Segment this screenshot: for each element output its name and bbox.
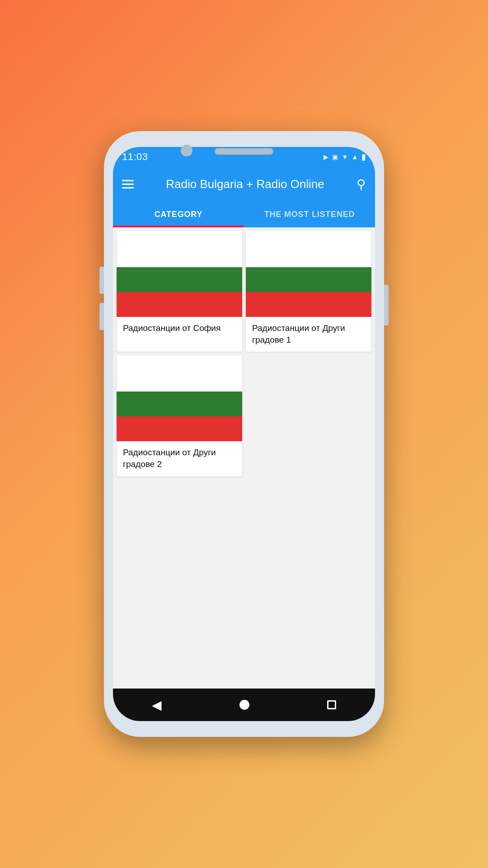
menu-button[interactable] bbox=[122, 180, 134, 189]
search-button[interactable]: ⚲ bbox=[357, 177, 366, 192]
phone-frame: 11:03 Radio Bulgaria + Radio Online ⚲ CA… bbox=[104, 131, 384, 737]
wifi-status-icon bbox=[342, 153, 348, 161]
flag-green-1 bbox=[117, 267, 242, 292]
app-bar: Radio Bulgaria + Radio Online ⚲ bbox=[113, 167, 375, 201]
recents-button[interactable] bbox=[327, 700, 336, 709]
card-image-other-1 bbox=[246, 231, 371, 317]
sim-status-icon bbox=[332, 153, 338, 161]
recents-icon bbox=[327, 700, 336, 709]
back-button[interactable]: ◀ bbox=[152, 698, 162, 712]
play-status-icon bbox=[324, 153, 328, 161]
flag-white-2 bbox=[246, 231, 371, 267]
tab-most-listened[interactable]: THE MOST LISTENED bbox=[244, 201, 375, 227]
flag-green-2 bbox=[246, 267, 371, 292]
empty-slot bbox=[246, 355, 371, 476]
home-icon bbox=[239, 700, 249, 710]
battery-status-icon bbox=[361, 152, 366, 162]
card-label-other-1: Радиостанции от Други градове 1 bbox=[246, 317, 371, 352]
home-button[interactable] bbox=[239, 700, 249, 710]
card-label-other-2: Радиостанции от Други градове 2 bbox=[117, 441, 242, 476]
volume-down-button bbox=[99, 303, 104, 330]
app-title: Radio Bulgaria + Radio Online bbox=[143, 177, 347, 191]
flag-green-3 bbox=[117, 392, 242, 416]
content-grid: Радиостанции от София Радиостанции от Др… bbox=[113, 227, 375, 689]
card-image-other-2 bbox=[117, 355, 242, 441]
card-image-sofia bbox=[117, 231, 242, 317]
tab-category[interactable]: CATEGORY bbox=[113, 201, 244, 227]
card-other-cities-2[interactable]: Радиостанции от Други градове 2 bbox=[117, 355, 242, 476]
flag-white-1 bbox=[117, 231, 242, 267]
volume-up-button bbox=[99, 267, 104, 294]
status-time: 11:03 bbox=[122, 151, 148, 163]
status-icons bbox=[324, 152, 366, 162]
signal-status-icon bbox=[352, 153, 358, 161]
tabs-bar: CATEGORY THE MOST LISTENED bbox=[113, 201, 375, 227]
flag-red-2 bbox=[246, 292, 371, 317]
phone-speaker bbox=[215, 148, 273, 155]
flag-white-3 bbox=[117, 355, 242, 392]
flag-red-3 bbox=[117, 416, 242, 441]
nav-bar: ◀ bbox=[113, 689, 375, 721]
card-label-sofia: Радиостанции от София bbox=[117, 317, 242, 340]
card-sofia[interactable]: Радиостанции от София bbox=[117, 231, 242, 352]
flag-red-1 bbox=[117, 292, 242, 317]
phone-camera bbox=[181, 145, 192, 156]
card-other-cities-1[interactable]: Радиостанции от Други градове 1 bbox=[246, 231, 371, 352]
power-button bbox=[384, 285, 389, 326]
phone-screen: 11:03 Radio Bulgaria + Radio Online ⚲ CA… bbox=[113, 147, 375, 721]
